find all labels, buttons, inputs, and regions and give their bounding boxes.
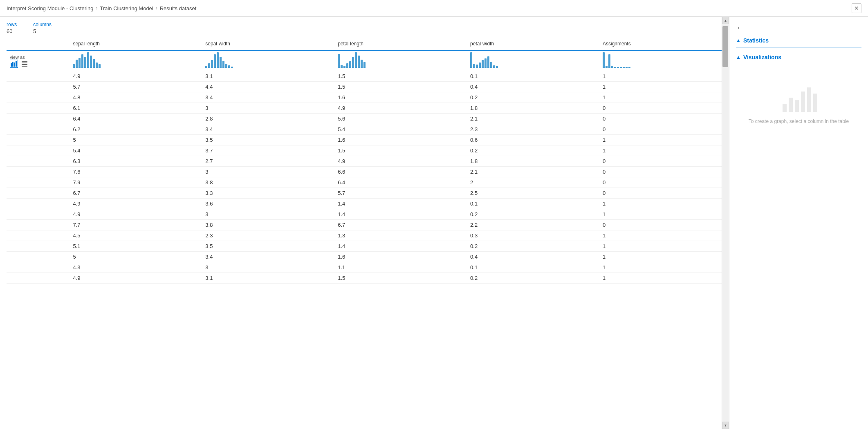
table-row: 6.32.74.91.80 — [7, 156, 722, 167]
cell-sepal-length: 6.4 — [70, 114, 202, 124]
mini-bar — [93, 59, 95, 68]
cell-petal-length: 5.7 — [334, 188, 467, 199]
right-panel: › ▲ Statistics ▲ Visualizations — [729, 17, 868, 429]
center-scrollbar[interactable]: ▲ ▼ — [722, 17, 729, 429]
cell-petal-width: 0.2 — [467, 273, 599, 284]
th-sepal-width[interactable]: sepal-width — [202, 39, 334, 50]
cell-petal-width: 0.2 — [467, 209, 599, 220]
cell-petal-length: 6.6 — [334, 167, 467, 177]
row-index — [7, 103, 70, 114]
cell-sepal-length: 6.2 — [70, 124, 202, 135]
cell-petal-length: 1.1 — [334, 262, 467, 273]
svg-rect-5 — [22, 63, 27, 63]
th-assignments[interactable]: Assignments — [599, 39, 722, 50]
cell-petal-width: 0.3 — [467, 230, 599, 241]
mini-bar — [603, 52, 605, 68]
cell-petal-width: 2.3 — [467, 124, 599, 135]
data-table: sepal-length sepal-width petal-length pe… — [7, 39, 722, 284]
scroll-down-button[interactable]: ▼ — [722, 422, 729, 429]
view-as-row: view as — [7, 50, 722, 71]
list-view-icon[interactable] — [20, 60, 29, 68]
cell-assignments: 0 — [599, 167, 722, 177]
row-index — [7, 199, 70, 209]
breadcrumb-step[interactable]: Train Clustering Model — [100, 5, 153, 11]
mini-bar — [343, 66, 345, 68]
row-index — [7, 230, 70, 241]
row-index — [7, 135, 70, 145]
mini-chart-sepal-length — [70, 50, 202, 71]
breadcrumb-sep1: › — [96, 5, 97, 11]
th-petal-length[interactable]: petal-length — [334, 39, 467, 50]
th-sepal-length[interactable]: sepal-length — [70, 39, 202, 50]
cell-assignments: 1 — [599, 199, 722, 209]
cell-assignments: 1 — [599, 92, 722, 103]
mini-bar — [363, 62, 366, 68]
close-button[interactable]: ✕ — [852, 3, 861, 13]
scroll-up-button[interactable]: ▲ — [722, 17, 729, 24]
cell-sepal-width: 3.3 — [202, 188, 334, 199]
cell-petal-length: 1.4 — [334, 209, 467, 220]
cell-sepal-width: 3 — [202, 103, 334, 114]
cell-petal-length: 1.4 — [334, 241, 467, 252]
mini-bar — [341, 65, 343, 68]
cell-petal-width: 0.2 — [467, 145, 599, 156]
table-row: 53.51.60.61 — [7, 135, 722, 145]
visualizations-arrow: ▲ — [736, 54, 741, 60]
svg-rect-2 — [14, 63, 15, 67]
columns-label: columns — [33, 22, 52, 27]
table-row: 7.73.86.72.20 — [7, 220, 722, 230]
cell-sepal-width: 3 — [202, 209, 334, 220]
cell-sepal-width: 3.8 — [202, 177, 334, 188]
mini-bar — [484, 58, 487, 68]
cell-sepal-length: 6.7 — [70, 188, 202, 199]
table-container[interactable]: sepal-length sepal-width petal-length pe… — [7, 39, 722, 429]
mini-bar — [79, 58, 81, 68]
mini-bar — [225, 64, 227, 68]
main-content: rows 60 columns 5 sepal-length sepal-wid… — [0, 17, 868, 429]
svg-rect-9 — [789, 98, 793, 112]
th-petal-width[interactable]: petal-width — [467, 39, 599, 50]
breadcrumb: Interpret Scoring Module - Clustering › … — [7, 5, 196, 11]
cell-assignments: 1 — [599, 241, 722, 252]
breadcrumb-current: Results dataset — [160, 5, 197, 11]
mini-bar — [338, 54, 340, 68]
mini-bar — [487, 56, 489, 68]
bar-chart-view-icon[interactable] — [10, 60, 18, 68]
mini-bar — [205, 66, 207, 68]
svg-rect-4 — [22, 61, 27, 62]
cell-assignments: 1 — [599, 230, 722, 241]
cell-sepal-length: 5.1 — [70, 241, 202, 252]
right-panel-inner: › ▲ Statistics ▲ Visualizations — [729, 17, 868, 429]
cell-petal-width: 0.1 — [467, 71, 599, 82]
svg-rect-6 — [22, 64, 27, 65]
expand-icon[interactable]: › — [736, 22, 861, 34]
mini-bar — [476, 65, 478, 68]
mini-bar — [620, 67, 622, 68]
cell-assignments: 1 — [599, 252, 722, 262]
mini-bar — [358, 56, 360, 68]
cell-petal-length: 5.4 — [334, 124, 467, 135]
cell-assignments: 1 — [599, 209, 722, 220]
cell-assignments: 0 — [599, 156, 722, 167]
scroll-thumb[interactable] — [722, 26, 728, 67]
mini-bar — [479, 63, 481, 68]
cell-sepal-length: 4.9 — [70, 273, 202, 284]
cell-sepal-width: 3.1 — [202, 71, 334, 82]
cell-assignments: 0 — [599, 114, 722, 124]
cell-sepal-width: 2.3 — [202, 230, 334, 241]
visualizations-section-header[interactable]: ▲ Visualizations — [736, 51, 861, 64]
cell-petal-width: 1.8 — [467, 156, 599, 167]
mini-bar — [81, 54, 83, 68]
cell-petal-length: 4.9 — [334, 156, 467, 167]
cell-petal-width: 2.1 — [467, 167, 599, 177]
breadcrumb-root: Interpret Scoring Module - Clustering — [7, 5, 93, 11]
statistics-section-header[interactable]: ▲ Statistics — [736, 34, 861, 47]
row-index — [7, 156, 70, 167]
cell-petal-width: 0.1 — [467, 262, 599, 273]
table-row: 7.636.62.10 — [7, 167, 722, 177]
mini-bar — [96, 63, 98, 68]
mini-bar — [84, 57, 86, 68]
cell-petal-length: 1.6 — [334, 135, 467, 145]
mini-bar — [490, 62, 492, 68]
scroll-track[interactable] — [722, 24, 729, 422]
